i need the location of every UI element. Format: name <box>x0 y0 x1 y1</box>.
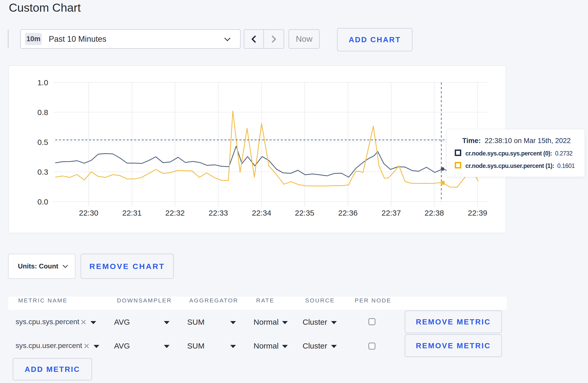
svg-text:22:33: 22:33 <box>208 209 228 217</box>
svg-text:0.8: 0.8 <box>37 108 48 117</box>
svg-text:0.5: 0.5 <box>37 138 48 146</box>
svg-text:22:32: 22:32 <box>165 209 185 217</box>
svg-text:22:38: 22:38 <box>424 209 444 217</box>
svg-text:22:31: 22:31 <box>122 209 142 217</box>
svg-text:0.3: 0.3 <box>37 168 48 176</box>
svg-text:22:39: 22:39 <box>468 209 487 217</box>
svg-text:1.0: 1.0 <box>37 78 48 87</box>
svg-text:22:34: 22:34 <box>252 209 271 217</box>
svg-text:22:36: 22:36 <box>338 209 358 217</box>
svg-text:22:30: 22:30 <box>79 209 98 217</box>
svg-text:0.0: 0.0 <box>37 197 48 206</box>
svg-text:22:37: 22:37 <box>381 209 401 217</box>
svg-text:22:35: 22:35 <box>295 209 314 217</box>
